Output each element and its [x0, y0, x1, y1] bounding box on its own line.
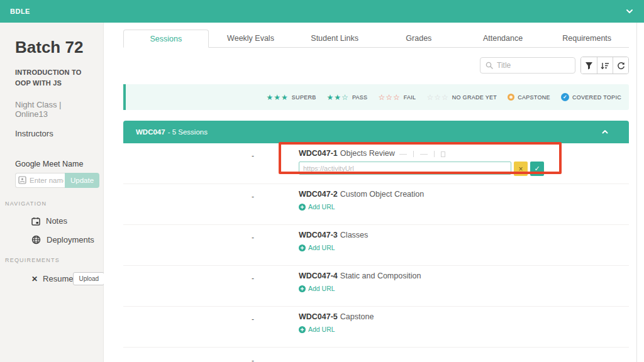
- grade-placeholder-dash: -: [252, 274, 254, 283]
- session-title: WDC047-2Custom Object Creation: [299, 190, 424, 199]
- refresh-button[interactable]: [613, 57, 628, 74]
- add-url-link[interactable]: Add URL: [299, 285, 335, 292]
- resume-requirement: ✕ Resume: [31, 274, 73, 283]
- toolbar-button-group: [580, 57, 629, 74]
- toolbar: [123, 57, 629, 74]
- session-title: WDC047-5Capstone: [299, 312, 374, 321]
- funnel-icon: [585, 62, 593, 70]
- tab-attendance[interactable]: Attendance: [461, 30, 545, 47]
- course-title: INTRODUCTION TO OOP WITH JS: [15, 67, 93, 89]
- batch-title: Batch 72: [15, 38, 93, 57]
- session-row: - WDC047-5Capstone Add URL: [123, 307, 629, 348]
- sidebar-item-deployments[interactable]: Deployments: [31, 235, 93, 244]
- grade-placeholder-dash: -: [252, 356, 254, 362]
- legend-capstone: CAPSTONE: [508, 94, 550, 101]
- url-editor: × ✓: [299, 162, 544, 176]
- scrollbar-track[interactable]: [636, 23, 637, 362]
- three-empty-gray-stars-icon: ☆☆☆: [426, 94, 448, 101]
- search-field[interactable]: [480, 57, 575, 74]
- chevron-up-icon[interactable]: [601, 128, 609, 136]
- confirm-url-button[interactable]: ✓: [530, 162, 544, 176]
- search-icon: [486, 62, 493, 69]
- legend-covered-topic: ✓ COVERED TOPIC: [561, 93, 621, 101]
- session-row-partial: -: [123, 348, 629, 362]
- legend-pass: ★★☆ PASS: [327, 94, 368, 101]
- session-title: WDC047-4Static and Composition: [299, 272, 421, 280]
- grade-legend: ★★★ SUPERB ★★☆ PASS ☆☆☆ FAIL ☆☆☆ NO GRAD…: [123, 84, 629, 110]
- add-url-link[interactable]: Add URL: [299, 203, 335, 211]
- x-mark-icon: ✕: [31, 275, 38, 283]
- sort-button[interactable]: [597, 57, 613, 74]
- session-row: - WDC047-1Objects Review × ✓: [123, 143, 629, 184]
- group-code: WDC047: [136, 128, 165, 136]
- requirements-section-label: REQUIREMENTS: [5, 257, 93, 263]
- class-info: Night Class | Online13: [15, 100, 93, 119]
- refresh-icon: [617, 62, 625, 70]
- session-group-card: WDC047 - 5 Sessions - WDC047-1Objects Re…: [123, 121, 629, 362]
- circle-plus-icon: [299, 204, 306, 211]
- google-meet-label: Google Meet Name: [15, 160, 93, 168]
- tab-sessions[interactable]: Sessions: [123, 30, 209, 48]
- top-bar: BDLE: [0, 0, 644, 23]
- tab-weekly-evals[interactable]: Weekly Evals: [209, 30, 293, 47]
- cancel-url-button[interactable]: ×: [514, 162, 528, 176]
- legend-superb: ★★★ SUPERB: [267, 94, 316, 101]
- main-area: Sessions Weekly Evals Student Links Grad…: [104, 23, 644, 362]
- circle-plus-icon: [299, 326, 306, 333]
- check-circle-icon: ✓: [561, 93, 569, 101]
- calendar-icon: [31, 217, 40, 226]
- capstone-ring-icon: [508, 94, 514, 101]
- add-url-link[interactable]: Add URL: [299, 326, 335, 333]
- tab-requirements[interactable]: Requirements: [545, 30, 629, 47]
- sidebar-item-label: Deployments: [47, 235, 94, 244]
- add-url-link[interactable]: Add URL: [299, 244, 335, 251]
- grade-placeholder-dash: -: [252, 315, 254, 324]
- search-input[interactable]: [497, 61, 566, 70]
- globe-icon: [31, 235, 41, 244]
- group-count: - 5 Sessions: [168, 128, 208, 136]
- chevron-down-icon[interactable]: [625, 7, 634, 16]
- legend-no-grade: ☆☆☆ NO GRADE YET: [426, 94, 497, 101]
- upload-button[interactable]: Upload: [73, 272, 104, 285]
- app-brand: BDLE: [10, 8, 30, 15]
- grade-placeholder-dash: -: [252, 233, 254, 242]
- navigation-section-label: NAVIGATION: [5, 200, 93, 207]
- sidebar: Batch 72 INTRODUCTION TO OOP WITH JS Nig…: [0, 23, 104, 362]
- tab-student-links[interactable]: Student Links: [292, 30, 377, 47]
- tab-bar: Sessions Weekly Evals Student Links Grad…: [123, 30, 629, 48]
- three-empty-red-stars-icon: ☆☆☆: [378, 94, 400, 101]
- grade-placeholder-dash: -: [252, 192, 254, 201]
- sidebar-item-label: Notes: [46, 216, 67, 226]
- session-row: - WDC047-2Custom Object Creation Add URL: [123, 184, 629, 225]
- contact-card-icon: [18, 176, 26, 184]
- instructors-link[interactable]: Instructors: [15, 129, 93, 138]
- three-filled-stars-icon: ★★★: [267, 94, 289, 101]
- legend-fail: ☆☆☆ FAIL: [378, 94, 416, 101]
- two-filled-one-empty-star-icon: ★★☆: [327, 94, 349, 101]
- sidebar-item-notes[interactable]: Notes: [31, 216, 93, 226]
- grade-placeholder-dash: -: [252, 151, 254, 160]
- session-title: WDC047-3Classes: [299, 231, 368, 239]
- circle-plus-icon: [299, 244, 306, 251]
- session-title: WDC047-1Objects Review: [299, 149, 544, 158]
- session-group-header[interactable]: WDC047 - 5 Sessions: [123, 121, 629, 143]
- session-row: - WDC047-4Static and Composition Add URL: [123, 266, 629, 307]
- update-button[interactable]: Update: [65, 173, 99, 188]
- resume-label: Resume: [43, 274, 73, 283]
- filter-button[interactable]: [581, 57, 597, 74]
- tab-grades[interactable]: Grades: [377, 30, 461, 47]
- sort-amount-icon: [601, 62, 609, 70]
- activity-url-input[interactable]: [299, 162, 511, 175]
- session-row: - WDC047-3Classes Add URL: [123, 225, 629, 266]
- circle-plus-icon: [299, 285, 306, 292]
